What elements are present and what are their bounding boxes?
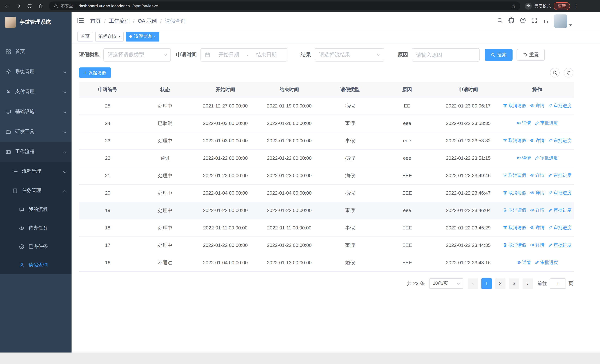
- progress-action-link[interactable]: 审批进度: [534, 120, 558, 126]
- detail-action-link[interactable]: 详情: [530, 207, 544, 214]
- security-label[interactable]: 不安全: [61, 3, 73, 9]
- leave-type-select[interactable]: 请选择请假类型: [103, 48, 171, 62]
- sidebar-item-infra[interactable]: 基础设施: [0, 102, 72, 121]
- progress-action-link[interactable]: 审批进度: [548, 207, 572, 214]
- reload-button[interactable]: [25, 2, 33, 10]
- progress-action-link[interactable]: 审批进度: [548, 225, 572, 231]
- github-icon[interactable]: [508, 18, 514, 25]
- monitor-icon: [6, 109, 11, 114]
- chrome-update-button[interactable]: 更新: [554, 2, 570, 10]
- breadcrumb-item[interactable]: 首页: [90, 18, 101, 24]
- detail-action-link[interactable]: 详情: [530, 242, 544, 248]
- goto-page-input[interactable]: [550, 278, 566, 289]
- font-size-icon[interactable]: TT: [543, 18, 548, 24]
- sidebar-item-home[interactable]: 首页: [0, 42, 72, 62]
- detail-action-link[interactable]: 详情: [530, 138, 544, 144]
- page-button-2[interactable]: 2: [495, 278, 506, 289]
- refresh-icon: [523, 53, 527, 57]
- sidebar-item-my-process[interactable]: 我的流程: [0, 200, 72, 219]
- col-header-actions: 操作: [501, 82, 574, 97]
- tab-process-detail[interactable]: 流程详情 ×: [95, 32, 124, 41]
- reset-button-label: 重置: [529, 52, 539, 58]
- edit-icon: [534, 121, 539, 125]
- sidebar-item-leave-query[interactable]: 请假查询: [0, 256, 72, 274]
- forward-button[interactable]: [14, 2, 22, 10]
- eye-icon: [530, 139, 534, 143]
- detail-action-link[interactable]: 详情: [516, 120, 531, 126]
- home-button[interactable]: [36, 2, 45, 10]
- page-button-3[interactable]: 3: [509, 278, 519, 289]
- cell-apply-time: 2022-01-22 23:43:16: [436, 254, 501, 271]
- sidebar-item-system[interactable]: 系统管理: [0, 62, 72, 82]
- reset-button[interactable]: 重置: [517, 49, 545, 61]
- task-submenu: 我的流程 待办任务 已办任务 请假查询: [0, 200, 72, 274]
- browser-menu-button[interactable]: ⋮: [573, 3, 579, 9]
- sidebar-item-payment[interactable]: ¥ 支付管理: [0, 82, 72, 102]
- cancel-action-link[interactable]: 取消请假: [503, 138, 526, 144]
- leave-table-body: 25处理中2021-12-27 00:00:002022-01-19 00:00…: [79, 97, 574, 271]
- detail-action-link[interactable]: 详情: [530, 225, 544, 231]
- pagination: 共 23 条 10条/页 ‹ 1 2 3 › 前往: [79, 278, 573, 289]
- cancel-action-link[interactable]: 取消请假: [503, 207, 526, 214]
- progress-action-link[interactable]: 审批进度: [534, 260, 558, 266]
- next-page-button[interactable]: ›: [523, 278, 533, 289]
- tab-leave-query[interactable]: 请假查询 ×: [126, 32, 159, 41]
- refresh-table-button[interactable]: [564, 68, 573, 77]
- cell-actions: 取消请假详情审批进度: [501, 202, 574, 219]
- detail-action-link[interactable]: 详情: [530, 172, 544, 179]
- cell-start-time: 2022-01-22 00:00:00: [194, 236, 257, 254]
- edit-icon: [548, 139, 553, 143]
- cancel-action-link[interactable]: 取消请假: [503, 103, 526, 109]
- help-icon[interactable]: [520, 18, 526, 25]
- sidebar-item-process-mgmt[interactable]: 流程管理: [0, 162, 72, 181]
- url-path: /bpm/oa/leave: [132, 4, 158, 8]
- prev-page-button[interactable]: ‹: [468, 278, 478, 289]
- result-select[interactable]: 请选择流结果: [315, 48, 384, 62]
- reason-input[interactable]: [416, 52, 475, 58]
- progress-action-link[interactable]: 审批进度: [548, 190, 572, 196]
- search-button[interactable]: 搜索: [485, 49, 513, 61]
- header-search-icon[interactable]: [497, 18, 503, 25]
- sidebar-item-task-mgmt[interactable]: 任务管理: [0, 181, 72, 200]
- cancel-action-link[interactable]: 取消请假: [503, 242, 526, 248]
- table-row: 18处理中2022-01-11 00:00:002022-01-11 00:00…: [79, 219, 574, 236]
- sidebar-item-todo-tasks[interactable]: 待办任务: [0, 219, 72, 237]
- detail-action-link[interactable]: 详情: [530, 103, 544, 109]
- cell-actions: 取消请假详情审批进度: [501, 97, 574, 114]
- user-menu[interactable]: [554, 14, 572, 28]
- sidebar-item-workflow[interactable]: 工作流程: [0, 142, 72, 162]
- tab-home[interactable]: 首页: [77, 32, 93, 41]
- detail-action-link[interactable]: 详情: [516, 155, 531, 161]
- show-search-button[interactable]: [550, 68, 560, 77]
- progress-action-link[interactable]: 审批进度: [548, 138, 572, 144]
- sidebar-item-devtools[interactable]: 研发工具: [0, 121, 72, 142]
- progress-action-link[interactable]: 审批进度: [548, 172, 572, 179]
- close-icon[interactable]: ×: [154, 35, 156, 38]
- progress-action-link[interactable]: 审批进度: [548, 242, 572, 248]
- cell-id: 16: [79, 254, 136, 271]
- close-icon[interactable]: ×: [118, 35, 121, 38]
- cancel-action-link[interactable]: 取消请假: [503, 172, 526, 179]
- cancel-action-link[interactable]: 取消请假: [503, 190, 526, 196]
- detail-action-link[interactable]: 详情: [516, 260, 531, 266]
- create-leave-button[interactable]: + 发起请假: [79, 67, 111, 78]
- bookmark-star-icon[interactable]: ☆: [512, 3, 516, 9]
- fullscreen-icon[interactable]: [531, 18, 537, 25]
- page-size-select[interactable]: 10条/页: [429, 278, 463, 289]
- date-range-picker[interactable]: 开始日期 - 结束日期: [200, 48, 287, 62]
- address-bar[interactable]: 不安全 dashboard.yudao.iocoder.cn/bpm/oa/le…: [49, 1, 520, 10]
- breadcrumb-item[interactable]: OA 示例: [138, 18, 157, 24]
- trash-icon: [503, 208, 507, 213]
- detail-action-link[interactable]: 详情: [530, 190, 544, 196]
- back-button[interactable]: [3, 2, 11, 10]
- eye-icon: [530, 191, 534, 195]
- page-button-1[interactable]: 1: [481, 278, 492, 289]
- sidebar-collapse-button[interactable]: [77, 18, 84, 25]
- cell-start-time: 2022-01-22 00:00:00: [194, 167, 257, 184]
- sidebar-item-done-tasks[interactable]: 已办任务: [0, 237, 72, 256]
- breadcrumb-item[interactable]: 工作流程: [109, 18, 130, 24]
- cancel-action-link[interactable]: 取消请假: [503, 225, 526, 231]
- avatar[interactable]: [554, 14, 567, 28]
- progress-action-link[interactable]: 审批进度: [534, 155, 558, 161]
- progress-action-link[interactable]: 审批进度: [548, 103, 572, 109]
